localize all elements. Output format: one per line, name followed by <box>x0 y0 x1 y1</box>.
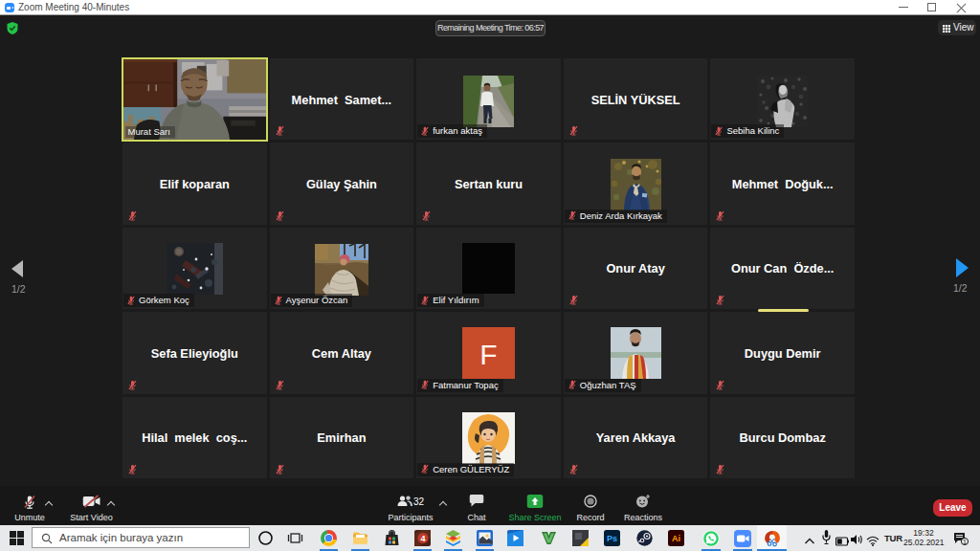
svg-text:32: 32 <box>413 496 424 507</box>
svg-text:Ai: Ai <box>672 534 680 543</box>
svg-text:4: 4 <box>420 534 425 543</box>
svg-text:Ps: Ps <box>607 534 617 543</box>
svg-text:1: 1 <box>963 539 967 545</box>
svg-text:F: F <box>479 339 497 370</box>
